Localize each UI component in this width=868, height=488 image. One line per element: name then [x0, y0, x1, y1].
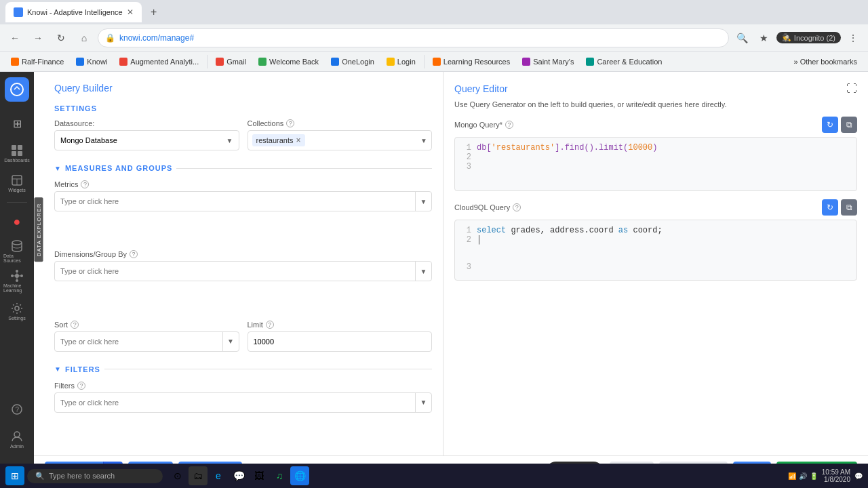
- tray-clock[interactable]: 10:59 AM 1/8/2020: [822, 468, 850, 483]
- dimensions-text-input[interactable]: [55, 267, 415, 275]
- dimensions-help-icon[interactable]: ?: [130, 250, 138, 258]
- metrics-dropdown-arrow[interactable]: ▼: [415, 192, 431, 211]
- taskbar-app-edge[interactable]: e: [209, 466, 228, 485]
- tray-time-value: 10:59 AM: [822, 468, 850, 476]
- bookmark-knowi[interactable]: Knowi: [71, 56, 113, 68]
- limit-group: Limit ?: [248, 321, 433, 352]
- start-button[interactable]: ⊞: [5, 466, 24, 485]
- tray-volume-icon[interactable]: 🔊: [799, 472, 807, 480]
- collection-tag-remove[interactable]: ×: [296, 136, 301, 145]
- cloud9sql-refresh-button[interactable]: ↻: [822, 199, 838, 216]
- bookmark-ralf-finance[interactable]: Ralf-Finance: [5, 56, 69, 68]
- bookmark-favicon: [258, 58, 267, 66]
- metrics-input[interactable]: ▼: [54, 191, 432, 211]
- app-container: ⊞ Dashboards Widgets ●: [0, 72, 868, 488]
- collections-field[interactable]: restaurants × ▼: [248, 130, 433, 150]
- bookmark-welcome[interactable]: Welcome Back: [253, 56, 324, 68]
- home-button[interactable]: ⌂: [75, 28, 94, 47]
- address-bar[interactable]: 🔒 knowi.com/manage#: [98, 28, 729, 47]
- limit-help-icon[interactable]: ?: [266, 321, 274, 329]
- metrics-help-icon[interactable]: ?: [81, 180, 89, 188]
- sort-group: Sort ? ▼: [54, 321, 239, 352]
- toolbar-icons: 🔍 ★ 🕵 Incognito (2) ⋮: [733, 28, 863, 47]
- dimensions-dropdown-arrow[interactable]: ▼: [415, 262, 431, 281]
- data-explorer-tab[interactable]: DATA EXPLORER: [35, 198, 43, 262]
- filters-help-icon[interactable]: ?: [77, 382, 85, 390]
- bookmark-gmail[interactable]: Gmail: [210, 56, 252, 68]
- sort-dropdown-arrow[interactable]: ▼: [222, 332, 239, 351]
- tray-battery-icon[interactable]: 🔋: [810, 472, 818, 480]
- sidebar-item-dashboards[interactable]: Dashboards: [3, 140, 31, 167]
- bookmark-saint-marys[interactable]: Saint Mary's: [517, 56, 579, 68]
- bookmark-augmented[interactable]: Augmented Analyti...: [114, 56, 204, 68]
- bookmark-learning[interactable]: Learning Resources: [427, 56, 515, 68]
- taskbar-app-browser[interactable]: 🌐: [290, 466, 309, 485]
- mongo-query-refresh-button[interactable]: ↻: [822, 117, 838, 133]
- menu-icon[interactable]: ⋮: [844, 28, 863, 47]
- settings-label: SETTINGS: [54, 104, 432, 113]
- cloud9sql-code-line-2: 2 │: [460, 235, 851, 262]
- bookmark-career[interactable]: Career & Education: [580, 56, 667, 68]
- cloud9sql-query-editor[interactable]: 1 select grades, address.coord as coord;…: [454, 220, 857, 281]
- filters-dropdown-arrow[interactable]: ▼: [415, 393, 431, 412]
- sidebar-item-data-sources[interactable]: ●: [3, 208, 31, 235]
- tray-network-icon[interactable]: 📶: [788, 472, 796, 480]
- taskbar-search[interactable]: 🔍 Type here to search: [27, 469, 163, 483]
- metrics-label: Metrics ?: [54, 180, 432, 188]
- tab-title: Knowi - Adaptive Intelligence: [27, 8, 123, 16]
- mongo-query-copy-button[interactable]: ⧉: [841, 117, 857, 133]
- editor-title: Query Editor: [454, 83, 508, 94]
- editor-expand-button[interactable]: ⛶: [846, 83, 857, 95]
- app-logo[interactable]: [5, 77, 29, 102]
- url-text: knowi.com/manage#: [119, 33, 722, 43]
- dimensions-group: Dimensions/Group By ? ▼: [54, 250, 432, 313]
- bookmark-label: Knowi: [87, 58, 107, 66]
- refresh-button[interactable]: ↻: [52, 28, 71, 47]
- sidebar-item-help[interactable]: ?: [3, 396, 31, 423]
- sort-text-input[interactable]: [55, 338, 222, 346]
- collections-dropdown-arrow[interactable]: ▼: [420, 137, 427, 144]
- metrics-group: Metrics ? ▼: [54, 180, 432, 243]
- tray-notifications-icon[interactable]: 💬: [854, 472, 863, 480]
- incognito-badge[interactable]: 🕵 Incognito (2): [776, 32, 841, 43]
- measures-section-header[interactable]: ▼ MEASURES AND GROUPS: [54, 164, 432, 172]
- back-button[interactable]: ←: [5, 28, 24, 47]
- datasource-select[interactable]: Mongo Database ▼: [54, 130, 239, 150]
- filters-input[interactable]: ▼: [54, 392, 432, 413]
- sidebar-item-admin[interactable]: Admin: [3, 426, 31, 453]
- browser-tab[interactable]: Knowi - Adaptive Intelligence ✕: [5, 2, 142, 22]
- ml-icon: [11, 270, 23, 282]
- database-icon: [11, 240, 23, 252]
- sidebar-item-data-sources-label[interactable]: Data Sources: [3, 238, 31, 265]
- svg-point-10: [16, 270, 18, 272]
- dimensions-input[interactable]: ▼: [54, 261, 432, 281]
- collections-help-icon[interactable]: ?: [286, 119, 294, 127]
- cloud9sql-copy-button[interactable]: ⧉: [841, 199, 857, 216]
- new-tab-button[interactable]: +: [144, 3, 163, 22]
- sidebar-item-widgets[interactable]: Widgets: [3, 169, 31, 197]
- sidebar-item-settings[interactable]: Settings: [3, 298, 31, 325]
- sort-input[interactable]: ▼: [54, 331, 239, 352]
- filters-section-header[interactable]: ▼ FILTERS: [54, 365, 432, 373]
- taskbar-app-cortana[interactable]: ⊙: [168, 466, 187, 485]
- sidebar-item-ml[interactable]: Machine Learning: [3, 268, 31, 295]
- bookmark-star-icon[interactable]: ★: [755, 28, 774, 47]
- tab-close-button[interactable]: ✕: [127, 7, 134, 17]
- search-icon[interactable]: 🔍: [733, 28, 752, 47]
- taskbar-app-teams[interactable]: 💬: [229, 466, 248, 485]
- limit-input[interactable]: [248, 331, 433, 352]
- mongo-query-help-icon[interactable]: ?: [505, 121, 513, 129]
- bookmark-onelogin[interactable]: OneLogin: [326, 56, 380, 68]
- taskbar-app-files[interactable]: 🗂: [189, 466, 208, 485]
- forward-button[interactable]: →: [28, 28, 47, 47]
- cloud9sql-help-icon[interactable]: ?: [513, 203, 521, 211]
- filters-text-input[interactable]: [55, 399, 415, 407]
- metrics-text-input[interactable]: [55, 197, 415, 205]
- taskbar-app-spotify[interactable]: ♫: [270, 466, 289, 485]
- taskbar-app-photos[interactable]: 🖼: [250, 466, 269, 485]
- sidebar-item-home[interactable]: ⊞: [3, 110, 31, 137]
- bookmark-login[interactable]: Login: [381, 56, 421, 68]
- sort-help-icon[interactable]: ?: [71, 321, 79, 329]
- mongo-query-editor[interactable]: 1 db['restaurants'].find().limit(10000) …: [454, 137, 857, 191]
- bookmark-more[interactable]: » Other bookmarks: [788, 56, 863, 68]
